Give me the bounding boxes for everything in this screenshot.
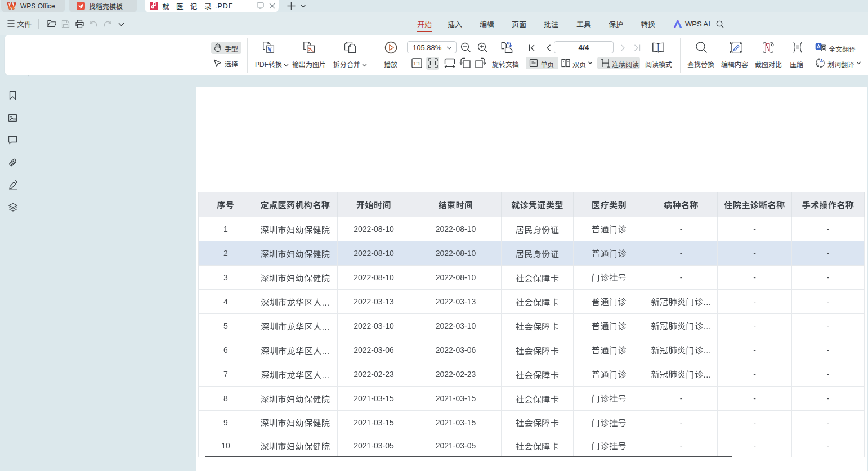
svg-text:1:1: 1:1	[413, 61, 420, 66]
